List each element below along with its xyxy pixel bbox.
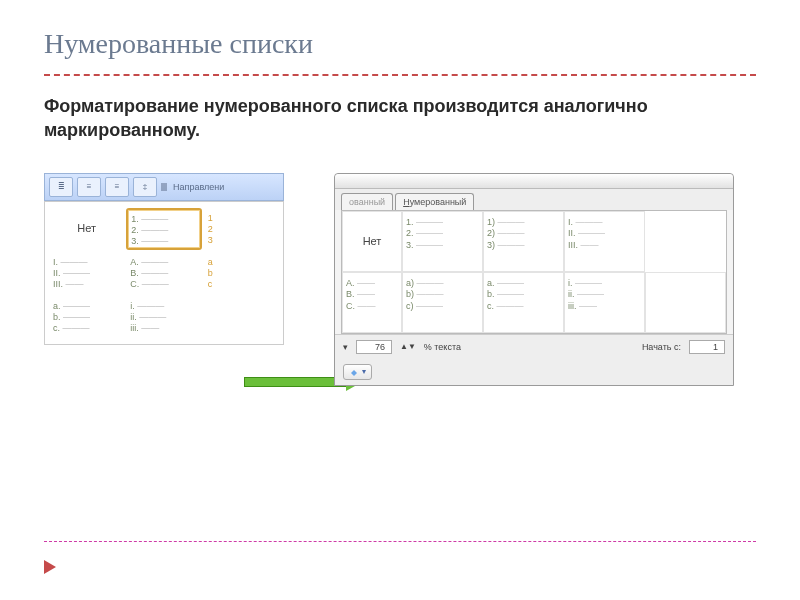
slide-title: Нумерованные списки [44,28,756,60]
option-alpha-upper[interactable]: A. ——— B. ——— C. ——— [126,252,201,294]
option-roman-upper[interactable]: I. ——— II. ——— III. —— [49,252,124,294]
dlg-option-num-dot[interactable]: 1. ——— 2. ——— 3. ——— [402,211,483,272]
dialog-tabs: ованный Нумерованный [335,189,733,210]
slide: Нумерованные списки Форматирование нумер… [0,0,800,600]
dlg-option-none[interactable]: Нет [342,211,402,272]
color-button[interactable]: ▾ [343,364,372,380]
option-empty [204,296,279,338]
numbering-button[interactable]: ≡ [77,177,101,197]
start-label: Начать с: [642,342,681,352]
dlg-option-alpha-lower-dot[interactable]: a. ——— b. ——— c. ——— [483,272,564,333]
size-input[interactable]: 76 [356,340,392,354]
numbering-gallery: Нет 1. ——— 2. ——— 3. ——— 1 2 3 I. ——— II… [44,201,284,345]
option-alpha-cut[interactable]: a b c [204,252,279,294]
bullets-numbering-dialog: ованный Нумерованный Нет 1. ——— 2. ——— 3… [334,173,734,386]
spin-up-icon[interactable]: ▲▼ [400,342,416,351]
dialog-controls-row: ▾ 76 ▲▼ % текста Начать с: 1 [335,334,733,359]
tab-bulleted[interactable]: ованный [341,193,393,210]
divider-bottom [44,541,756,542]
divider-top [44,74,756,76]
dlg-option-alpha-lower-paren[interactable]: a) ——— b) ——— c) ——— [402,272,483,333]
option-numeric-dot[interactable]: 1. ——— 2. ——— 3. ——— [126,208,201,250]
bullets-button[interactable]: ≣ [49,177,73,197]
start-input[interactable]: 1 [689,340,725,354]
dlg-option-roman-upper[interactable]: I. ——— II. ——— III. —— [564,211,645,272]
dialog-color-row: ▾ [335,359,733,385]
line-spacing-button[interactable]: ‡ [133,177,157,197]
dialog-gallery: Нет 1. ——— 2. ——— 3. ——— 1) ——— 2) ——— 3… [341,210,727,334]
ribbon-strip: ≣ ≡ ≡ ‡ Направлени [44,173,284,201]
slide-marker-icon [44,560,56,574]
text-direction-button[interactable]: Направлени [161,182,224,192]
option-none[interactable]: Нет [49,208,124,250]
option-numeric-cut[interactable]: 1 2 3 [204,208,279,250]
body-text: Форматирование нумерованного списка прои… [44,94,756,143]
numbering-dropdown: ≣ ≡ ≡ ‡ Направлени Нет 1. ——— 2. ——— 3. … [44,173,284,345]
dlg-option-num-paren[interactable]: 1) ——— 2) ——— 3) ——— [483,211,564,272]
illustration-area: ≣ ≡ ≡ ‡ Направлени Нет 1. ——— 2. ——— 3. … [44,173,756,423]
direction-icon [161,182,171,192]
dlg-option-empty [645,272,726,333]
spin-down-icon[interactable]: ▾ [343,342,348,352]
multilevel-button[interactable]: ≡ [105,177,129,197]
size-label: % текста [424,342,461,352]
bucket-icon [349,367,359,377]
dialog-titlebar [335,174,733,189]
tab-numbered[interactable]: Нумерованный [395,193,474,210]
option-alpha-lower[interactable]: a. ——— b. ——— c. ——— [49,296,124,338]
option-roman-lower[interactable]: i. ——— ii. ——— iii. —— [126,296,201,338]
dlg-option-roman-lower[interactable]: i. ——— ii. ——— iii. —— [564,272,645,333]
dlg-option-alpha-upper-cut[interactable]: A. —— B. —— C. —— [342,272,402,333]
